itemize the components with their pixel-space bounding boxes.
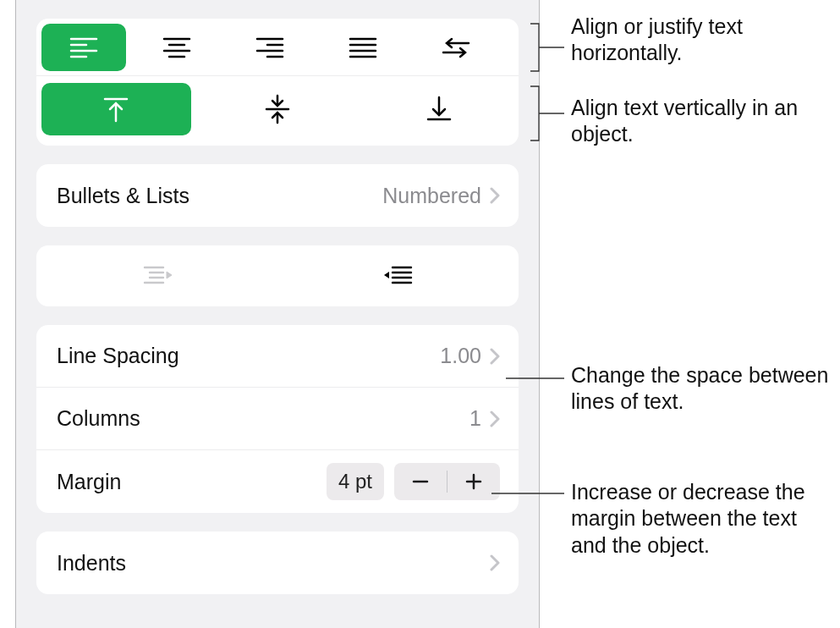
margin-increase-button[interactable] <box>447 463 500 500</box>
vertical-alignment-row <box>36 76 519 146</box>
columns-row[interactable]: Columns 1 <box>36 388 519 450</box>
indent-button[interactable] <box>277 245 519 306</box>
chevron-right-icon <box>490 348 500 365</box>
align-center-icon <box>162 36 191 58</box>
align-right-icon <box>255 36 284 58</box>
bullets-value: Numbered <box>382 184 481 208</box>
indents-label: Indents <box>57 551 126 576</box>
line-spacing-label: Line Spacing <box>57 344 179 368</box>
horizontal-alignment-row <box>36 19 519 76</box>
line-spacing-row[interactable]: Line Spacing 1.00 <box>36 325 519 388</box>
text-direction-button[interactable] <box>414 24 498 71</box>
spacing-card: Line Spacing 1.00 Columns 1 Margin 4 pt <box>36 325 519 513</box>
columns-value: 1 <box>469 406 481 431</box>
chevron-right-icon <box>490 410 500 427</box>
valign-middle-button[interactable] <box>203 83 353 135</box>
indent-buttons-card <box>36 245 519 306</box>
valign-bottom-button[interactable] <box>364 83 513 135</box>
callout-line-spacing: Change the space between lines of text. <box>571 362 833 416</box>
plus-icon <box>464 472 483 491</box>
text-direction-icon <box>442 36 470 58</box>
align-left-button[interactable] <box>41 24 126 71</box>
margin-stepper: 4 pt <box>327 463 500 500</box>
valign-top-button[interactable] <box>41 83 191 135</box>
align-right-button[interactable] <box>228 24 312 71</box>
svg-marker-34 <box>384 272 389 278</box>
minus-icon <box>411 472 430 491</box>
margin-value: 4 pt <box>327 463 384 500</box>
columns-label: Columns <box>57 406 140 431</box>
indents-card: Indents <box>36 532 519 594</box>
align-left-icon <box>69 36 98 58</box>
bullets-card: Bullets & Lists Numbered <box>36 164 519 227</box>
chevron-right-icon <box>490 554 500 571</box>
valign-bottom-icon <box>426 96 452 123</box>
alignment-card <box>36 19 519 146</box>
margin-decrease-button[interactable] <box>394 463 447 500</box>
align-justify-button[interactable] <box>321 24 405 71</box>
chevron-right-icon <box>490 187 500 204</box>
callout-margin: Increase or decrease the margin between … <box>571 479 833 559</box>
align-center-button[interactable] <box>135 24 219 71</box>
align-justify-icon <box>349 36 377 58</box>
callout-v-align: Align text vertically in an object. <box>571 95 825 148</box>
bullets-row[interactable]: Bullets & Lists Numbered <box>36 164 519 227</box>
valign-middle-icon <box>265 94 290 124</box>
outdent-button[interactable] <box>36 245 277 306</box>
indent-icon <box>384 265 413 287</box>
margin-row: Margin 4 pt <box>36 450 519 513</box>
svg-marker-29 <box>167 272 172 278</box>
callout-h-align: Align or justify text horizontally. <box>571 14 825 67</box>
margin-label: Margin <box>57 470 121 494</box>
indents-row[interactable]: Indents <box>36 532 519 594</box>
line-spacing-value: 1.00 <box>440 344 481 368</box>
outdent-icon <box>143 265 172 287</box>
format-panel: Bullets & Lists Numbered <box>15 0 540 628</box>
bullets-label: Bullets & Lists <box>57 184 189 208</box>
valign-top-icon <box>103 96 129 123</box>
